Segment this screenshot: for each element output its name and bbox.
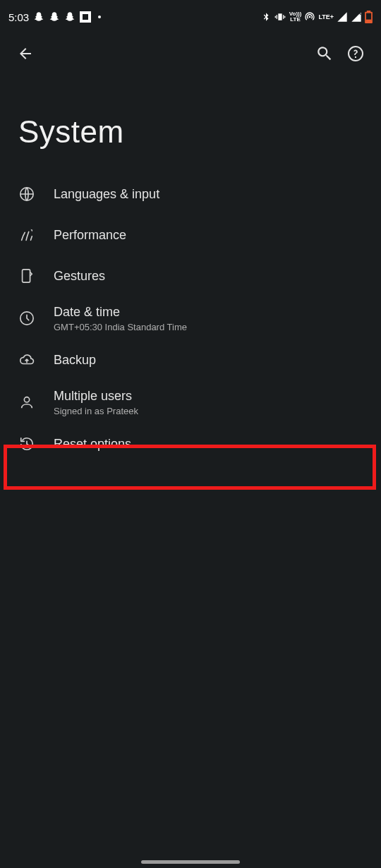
status-right: Vo))) LTE LTE+ R: [261, 11, 373, 23]
ghost-icon: [49, 11, 60, 23]
help-icon: [347, 45, 364, 62]
svg-rect-3: [23, 270, 30, 282]
hotspot-icon: [304, 11, 315, 23]
item-languages-input[interactable]: Languages & input: [0, 174, 381, 215]
performance-icon: [18, 227, 35, 243]
item-label: Backup: [54, 351, 96, 368]
item-backup[interactable]: Backup: [0, 339, 381, 380]
notification-dot-icon: [98, 16, 101, 18]
search-button[interactable]: [309, 38, 340, 69]
globe-icon: [18, 186, 35, 203]
status-time: 5:03: [8, 11, 29, 23]
bluetooth-icon: [261, 11, 271, 23]
status-left: 5:03: [8, 11, 101, 23]
battery-low-icon: [365, 11, 373, 23]
ghost-icon: [64, 11, 75, 23]
cloud-upload-icon: [18, 351, 35, 368]
item-label: Performance: [54, 227, 126, 243]
item-performance[interactable]: Performance: [0, 215, 381, 255]
item-label: Date & time: [54, 303, 187, 320]
item-label: Languages & input: [54, 186, 159, 203]
settings-list: Languages & input Performance Gestures D…: [0, 174, 381, 464]
app-bar: [0, 34, 381, 73]
svg-point-5: [24, 397, 29, 402]
back-button[interactable]: [10, 38, 41, 69]
item-label: Reset options: [54, 435, 131, 452]
gestures-icon: [18, 267, 35, 284]
signal-roaming-icon: R: [351, 11, 362, 23]
item-gestures[interactable]: Gestures: [0, 255, 381, 296]
home-indicator[interactable]: [141, 860, 240, 864]
item-multiple-users[interactable]: Multiple users Signed in as Prateek: [0, 380, 381, 423]
item-sublabel: Signed in as Prateek: [54, 406, 138, 416]
status-bar: 5:03 Vo))) LTE LTE+ R: [0, 0, 381, 34]
pip-icon: [80, 11, 91, 23]
clock-icon: [18, 310, 35, 327]
item-sublabel: GMT+05:30 India Standard Time: [54, 322, 187, 332]
person-icon: [18, 394, 35, 411]
item-date-time[interactable]: Date & time GMT+05:30 India Standard Tim…: [0, 296, 381, 339]
arrow-back-icon: [17, 45, 34, 62]
ghost-icon: [33, 11, 44, 23]
item-label: Multiple users: [54, 387, 138, 404]
item-label: Gestures: [54, 267, 105, 284]
svg-rect-1: [366, 20, 371, 22]
lte-label: LTE+: [318, 14, 334, 20]
volte-icon: Vo))) LTE: [289, 11, 302, 23]
page-title: System: [0, 73, 381, 174]
signal-icon: [337, 11, 348, 23]
restore-icon: [18, 435, 35, 452]
search-icon: [315, 44, 334, 63]
help-button[interactable]: [340, 38, 371, 69]
item-reset-options[interactable]: Reset options: [0, 423, 381, 464]
vibrate-icon: [274, 11, 286, 23]
